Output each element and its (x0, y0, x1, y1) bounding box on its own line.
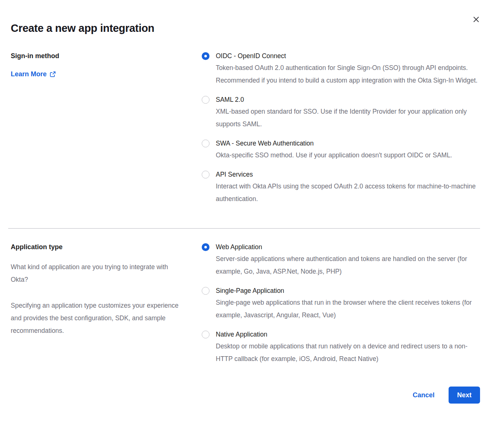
radio-api-services-description: Interact with Okta APIs using the scoped… (216, 180, 480, 205)
radio-native-application-description: Desktop or mobile applications that run … (216, 340, 480, 365)
application-type-help-2: Specifying an application type customize… (11, 299, 185, 337)
radio-saml[interactable] (202, 96, 209, 104)
radio-option-single-page-application: Single-Page Application Single-page web … (202, 287, 480, 321)
application-type-label: Application type (11, 243, 185, 251)
radio-native-application[interactable] (202, 331, 209, 338)
radio-web-application[interactable] (202, 243, 209, 251)
radio-option-oidc: OIDC - OpenID Connect Token-based OAuth … (202, 52, 480, 87)
radio-swa-label[interactable]: SWA - Secure Web Authentication (216, 139, 452, 147)
radio-saml-description: XML-based open standard for SSO. Use if … (216, 105, 480, 130)
application-type-section: Application type What kind of applicatio… (11, 243, 480, 374)
radio-web-application-label[interactable]: Web Application (216, 243, 480, 251)
application-type-help-1: What kind of application are you trying … (11, 261, 185, 286)
learn-more-label: Learn More (11, 70, 47, 78)
radio-oidc-description: Token-based OAuth 2.0 authentication for… (216, 61, 480, 87)
external-link-icon (50, 71, 56, 77)
learn-more-link[interactable]: Learn More (11, 70, 56, 78)
signin-method-label: Sign-in method (11, 52, 185, 60)
radio-oidc-label[interactable]: OIDC - OpenID Connect (216, 52, 480, 60)
radio-api-services[interactable] (202, 171, 209, 178)
dialog-footer: Cancel Next (11, 387, 480, 404)
radio-saml-label[interactable]: SAML 2.0 (216, 96, 480, 104)
radio-option-web-application: Web Application Server-side applications… (202, 243, 480, 278)
radio-option-native-application: Native Application Desktop or mobile app… (202, 330, 480, 365)
close-button[interactable] (472, 15, 480, 24)
radio-option-swa: SWA - Secure Web Authentication Okta-spe… (202, 139, 480, 161)
signin-method-section: Sign-in method Learn More OIDC - OpenID … (11, 52, 480, 214)
radio-web-application-description: Server-side applications where authentic… (216, 253, 480, 278)
section-divider (8, 228, 480, 229)
radio-option-saml: SAML 2.0 XML-based open standard for SSO… (202, 96, 480, 130)
radio-oidc[interactable] (202, 52, 209, 60)
radio-single-page-application[interactable] (202, 287, 209, 295)
radio-native-application-label[interactable]: Native Application (216, 330, 480, 338)
radio-single-page-application-label[interactable]: Single-Page Application (216, 287, 480, 295)
dialog-title: Create a new app integration (11, 21, 480, 35)
radio-api-services-label[interactable]: API Services (216, 170, 480, 178)
radio-swa[interactable] (202, 140, 209, 147)
radio-swa-description: Okta-specific SSO method. Use if your ap… (216, 149, 452, 161)
close-icon (473, 16, 479, 23)
next-button[interactable]: Next (449, 387, 480, 404)
radio-single-page-application-description: Single-page web applications that run in… (216, 296, 480, 321)
radio-option-api-services: API Services Interact with Okta APIs usi… (202, 170, 480, 205)
cancel-button[interactable]: Cancel (413, 391, 435, 399)
create-app-integration-dialog: Create a new app integration Sign-in met… (0, 0, 493, 404)
